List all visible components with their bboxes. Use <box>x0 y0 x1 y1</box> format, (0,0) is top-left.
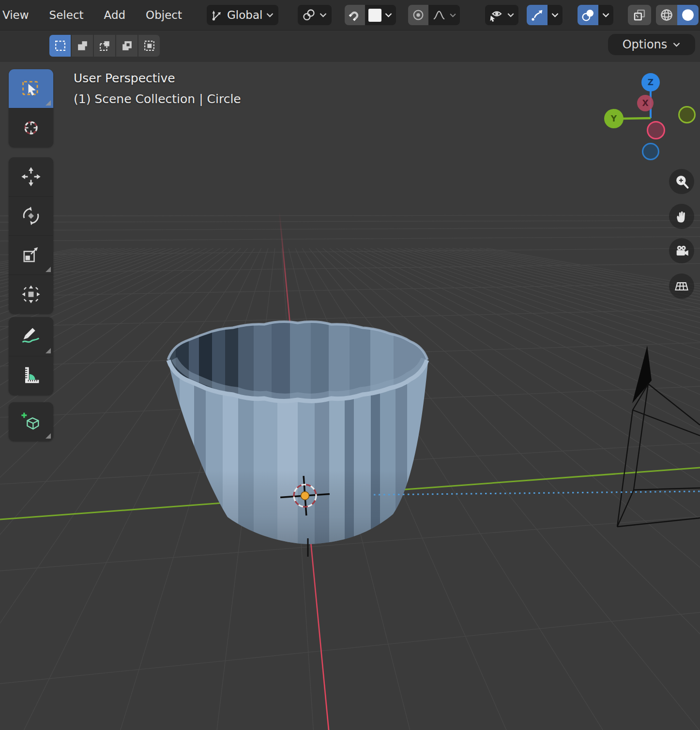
overlays-settings-dropdown[interactable] <box>598 5 613 25</box>
tool-submenu-indicator <box>46 100 51 106</box>
options-label: Options <box>623 38 668 51</box>
axis-ball-x[interactable]: X <box>637 95 654 111</box>
move-icon <box>19 165 43 188</box>
hand-icon <box>674 209 689 224</box>
tool-add-cube[interactable] <box>9 402 53 441</box>
orthographic-toggle-button[interactable] <box>669 274 694 299</box>
tool-annotate[interactable] <box>9 317 53 356</box>
menubar: View Select Add Object <box>0 0 192 30</box>
tool-cursor[interactable] <box>9 108 53 147</box>
select-subtract-icon <box>98 39 111 52</box>
select-mode-set[interactable] <box>49 35 71 57</box>
tool-transform[interactable] <box>9 274 53 314</box>
proportional-editing-toggle[interactable] <box>408 5 428 25</box>
gizmos-control <box>527 5 563 25</box>
chevron-down-icon <box>319 12 327 18</box>
menu-view[interactable]: View <box>0 9 39 21</box>
viewport-header: View Select Add Object Global <box>0 0 700 30</box>
select-mode-group <box>49 35 160 57</box>
overlays-control <box>578 5 613 25</box>
chevron-down-icon <box>551 12 559 18</box>
object-origin-dot <box>301 492 309 500</box>
scale-icon <box>19 243 43 267</box>
visibility-dropdown[interactable] <box>485 5 518 25</box>
tool-move[interactable] <box>9 157 53 196</box>
proportional-editing-control <box>408 5 460 25</box>
zoom-in-icon <box>674 174 689 189</box>
axis-label-y: Y <box>610 114 617 123</box>
toolbar-group-transform <box>9 157 53 314</box>
proportional-editing-icon <box>411 8 425 22</box>
shading-wireframe-icon <box>659 8 674 22</box>
select-mode-subtract[interactable] <box>94 35 115 57</box>
toolbar-group-select <box>9 69 53 147</box>
shading-solid-button[interactable] <box>677 5 699 25</box>
axis-label-z: Z <box>648 77 654 87</box>
select-invert-icon <box>121 39 134 52</box>
shading-wireframe-button[interactable] <box>656 5 677 25</box>
select-set-icon <box>54 39 67 52</box>
show-gizmos-toggle[interactable] <box>527 5 548 25</box>
tool-submenu-indicator <box>46 267 51 272</box>
camera-view-button[interactable] <box>669 238 694 263</box>
snapping-control <box>345 5 396 25</box>
gizmos-settings-dropdown[interactable] <box>548 5 563 25</box>
transform-icon <box>19 283 43 306</box>
proportional-falloff-icon <box>432 8 446 22</box>
view-perspective-label: User Perspective <box>74 71 175 85</box>
chevron-down-icon <box>384 12 393 18</box>
axis-ball-y[interactable]: Y <box>604 109 624 128</box>
snap-magnet-icon <box>348 8 362 22</box>
menu-add[interactable]: Add <box>94 9 136 21</box>
tool-submenu-indicator <box>46 348 51 353</box>
y-axis-stem <box>623 118 651 119</box>
chevron-down-icon <box>672 42 681 47</box>
axis-ball-neg-z[interactable] <box>643 144 659 160</box>
toggle-xray-icon <box>632 8 647 22</box>
options-button[interactable]: Options <box>608 34 695 55</box>
measure-icon <box>19 364 43 387</box>
blender-3d-viewport: View Select Add Object Global <box>0 0 700 730</box>
snap-toggle-button[interactable] <box>345 5 365 25</box>
toggle-xray-button[interactable] <box>628 5 651 25</box>
snap-target-swatch <box>368 9 381 22</box>
axis-ball-z[interactable]: Z <box>641 73 660 91</box>
pivot-point-icon <box>302 8 316 22</box>
select-mode-extend[interactable] <box>72 35 93 57</box>
transform-orientation-icon <box>211 9 224 21</box>
orientation-label: Global <box>227 9 262 21</box>
tool-measure[interactable] <box>9 356 53 395</box>
select-extend-icon <box>76 39 89 52</box>
shading-control <box>656 5 699 25</box>
select-mode-intersect[interactable] <box>138 35 160 57</box>
tool-scale[interactable] <box>9 235 53 274</box>
xray-control <box>628 5 651 25</box>
snap-settings-dropdown[interactable] <box>365 5 396 25</box>
object-visibility-icon <box>489 8 503 22</box>
tool-submenu-indicator <box>46 433 51 439</box>
rotate-icon <box>19 204 43 228</box>
transform-orientation-dropdown[interactable]: Global <box>207 5 278 25</box>
proportional-falloff-dropdown[interactable] <box>428 5 460 25</box>
annotate-icon <box>19 325 43 348</box>
show-gizmos-icon <box>530 8 544 22</box>
chevron-down-icon <box>602 12 610 18</box>
menu-select[interactable]: Select <box>39 9 94 21</box>
menu-object[interactable]: Object <box>136 9 192 21</box>
chevron-down-icon <box>266 12 274 18</box>
viewport-canvas[interactable] <box>0 0 700 730</box>
axis-ball-neg-x[interactable] <box>648 122 665 139</box>
axis-label-x: X <box>642 98 648 108</box>
navigation-gizmo[interactable]: X Z Y <box>600 72 700 168</box>
select-mode-invert[interactable] <box>116 35 137 57</box>
axis-ball-neg-y[interactable] <box>679 107 695 123</box>
show-overlays-toggle[interactable] <box>578 5 598 25</box>
pan-button[interactable] <box>669 204 694 229</box>
box-select-icon <box>19 77 43 100</box>
add-cube-icon <box>19 410 43 433</box>
zoom-button[interactable] <box>669 169 694 194</box>
tool-select-box[interactable] <box>9 69 53 108</box>
pivot-point-dropdown[interactable] <box>298 5 332 25</box>
tool-rotate[interactable] <box>9 196 53 235</box>
toolbar-group-annotate <box>9 317 53 395</box>
